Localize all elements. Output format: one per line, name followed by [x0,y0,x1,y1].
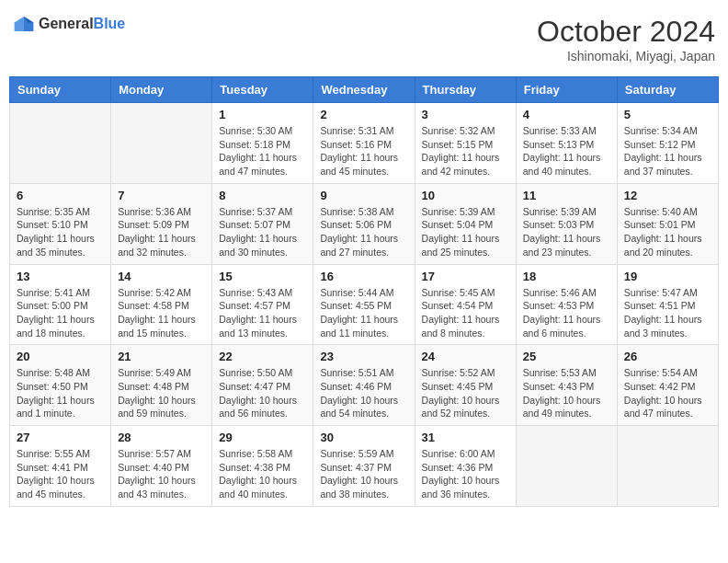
day-number: 6 [17,189,104,202]
day-info: Sunrise: 5:50 AM Sunset: 4:47 PM Dayligh… [219,366,306,420]
weekday-header: Sunday [10,77,111,103]
logo-blue-text: Blue [94,16,126,31]
day-number: 5 [624,108,711,121]
weekday-header: Thursday [415,77,516,103]
day-info: Sunrise: 6:00 AM Sunset: 4:36 PM Dayligh… [422,447,509,501]
day-number: 27 [17,431,104,444]
day-info: Sunrise: 5:30 AM Sunset: 5:18 PM Dayligh… [219,124,306,178]
weekday-header: Saturday [617,77,718,103]
calendar-cell [617,426,718,507]
day-info: Sunrise: 5:38 AM Sunset: 5:06 PM Dayligh… [320,205,407,259]
day-number: 16 [320,270,407,283]
day-info: Sunrise: 5:59 AM Sunset: 4:37 PM Dayligh… [320,447,407,501]
weekday-header: Monday [111,77,212,103]
calendar-week-row: 1Sunrise: 5:30 AM Sunset: 5:18 PM Daylig… [10,103,719,184]
calendar-cell: 26Sunrise: 5:54 AM Sunset: 4:42 PM Dayli… [617,345,718,426]
day-number: 3 [422,108,509,121]
day-info: Sunrise: 5:33 AM Sunset: 5:13 PM Dayligh… [523,124,610,178]
day-info: Sunrise: 5:58 AM Sunset: 4:38 PM Dayligh… [219,447,306,501]
calendar-cell: 18Sunrise: 5:46 AM Sunset: 4:53 PM Dayli… [516,264,617,345]
day-number: 4 [523,108,610,121]
month-title: October 2024 [537,15,715,49]
day-number: 26 [624,350,711,363]
day-info: Sunrise: 5:44 AM Sunset: 4:55 PM Dayligh… [320,286,407,340]
calendar-week-row: 13Sunrise: 5:41 AM Sunset: 5:00 PM Dayli… [10,264,719,345]
location-title: Ishinomaki, Miyagi, Japan [537,49,715,63]
logo: GeneralBlue [13,15,125,33]
calendar-cell: 16Sunrise: 5:44 AM Sunset: 4:55 PM Dayli… [313,264,415,345]
day-number: 25 [523,350,610,363]
day-info: Sunrise: 5:43 AM Sunset: 4:57 PM Dayligh… [219,286,306,340]
weekday-header: Wednesday [313,77,415,103]
day-number: 31 [422,431,509,444]
calendar-cell: 7Sunrise: 5:36 AM Sunset: 5:09 PM Daylig… [111,183,212,264]
day-number: 12 [624,189,711,202]
day-number: 9 [320,189,407,202]
svg-marker-1 [15,17,24,31]
calendar-cell: 10Sunrise: 5:39 AM Sunset: 5:04 PM Dayli… [415,183,516,264]
calendar-cell [10,103,111,184]
day-number: 15 [219,270,306,283]
title-section: October 2024 Ishinomaki, Miyagi, Japan [537,15,715,63]
day-info: Sunrise: 5:34 AM Sunset: 5:12 PM Dayligh… [624,124,711,178]
day-number: 29 [219,431,306,444]
logo-general-text: General [39,16,94,31]
day-number: 19 [624,270,711,283]
day-info: Sunrise: 5:31 AM Sunset: 5:16 PM Dayligh… [320,124,407,178]
calendar-cell: 17Sunrise: 5:45 AM Sunset: 4:54 PM Dayli… [415,264,516,345]
calendar-cell: 14Sunrise: 5:42 AM Sunset: 4:58 PM Dayli… [111,264,212,345]
day-info: Sunrise: 5:42 AM Sunset: 4:58 PM Dayligh… [118,286,205,340]
day-number: 10 [422,189,509,202]
calendar-cell: 3Sunrise: 5:32 AM Sunset: 5:15 PM Daylig… [415,103,516,184]
day-number: 28 [118,431,205,444]
calendar-cell: 15Sunrise: 5:43 AM Sunset: 4:57 PM Dayli… [212,264,313,345]
day-info: Sunrise: 5:39 AM Sunset: 5:03 PM Dayligh… [523,205,610,259]
calendar-cell: 19Sunrise: 5:47 AM Sunset: 4:51 PM Dayli… [617,264,718,345]
day-number: 8 [219,189,306,202]
day-info: Sunrise: 5:48 AM Sunset: 4:50 PM Dayligh… [17,366,104,420]
day-info: Sunrise: 5:57 AM Sunset: 4:40 PM Dayligh… [118,447,205,501]
day-info: Sunrise: 5:46 AM Sunset: 4:53 PM Dayligh… [523,286,610,340]
weekday-header: Tuesday [212,77,313,103]
svg-marker-0 [24,17,33,31]
calendar-cell: 6Sunrise: 5:35 AM Sunset: 5:10 PM Daylig… [10,183,111,264]
day-info: Sunrise: 5:55 AM Sunset: 4:41 PM Dayligh… [17,447,104,501]
day-number: 7 [118,189,205,202]
day-info: Sunrise: 5:41 AM Sunset: 5:00 PM Dayligh… [17,286,104,340]
day-info: Sunrise: 5:40 AM Sunset: 5:01 PM Dayligh… [624,205,711,259]
calendar-cell [111,103,212,184]
calendar-cell: 1Sunrise: 5:30 AM Sunset: 5:18 PM Daylig… [212,103,313,184]
day-number: 21 [118,350,205,363]
day-number: 2 [320,108,407,121]
calendar-cell: 24Sunrise: 5:52 AM Sunset: 4:45 PM Dayli… [415,345,516,426]
calendar-table: SundayMondayTuesdayWednesdayThursdayFrid… [9,76,719,507]
calendar-cell: 11Sunrise: 5:39 AM Sunset: 5:03 PM Dayli… [516,183,617,264]
calendar-cell: 5Sunrise: 5:34 AM Sunset: 5:12 PM Daylig… [617,103,718,184]
general-blue-logo-icon [13,15,35,33]
day-info: Sunrise: 5:35 AM Sunset: 5:10 PM Dayligh… [17,205,104,259]
calendar-cell: 23Sunrise: 5:51 AM Sunset: 4:46 PM Dayli… [313,345,415,426]
calendar-cell: 25Sunrise: 5:53 AM Sunset: 4:43 PM Dayli… [516,345,617,426]
day-number: 17 [422,270,509,283]
day-number: 24 [422,350,509,363]
day-info: Sunrise: 5:39 AM Sunset: 5:04 PM Dayligh… [422,205,509,259]
page-header: GeneralBlue October 2024 Ishinomaki, Miy… [9,9,719,69]
calendar-week-row: 27Sunrise: 5:55 AM Sunset: 4:41 PM Dayli… [10,426,719,507]
day-number: 14 [118,270,205,283]
day-info: Sunrise: 5:37 AM Sunset: 5:07 PM Dayligh… [219,205,306,259]
day-number: 1 [219,108,306,121]
day-info: Sunrise: 5:49 AM Sunset: 4:48 PM Dayligh… [118,366,205,420]
calendar-cell: 13Sunrise: 5:41 AM Sunset: 5:00 PM Dayli… [10,264,111,345]
calendar-cell: 30Sunrise: 5:59 AM Sunset: 4:37 PM Dayli… [313,426,415,507]
day-info: Sunrise: 5:53 AM Sunset: 4:43 PM Dayligh… [523,366,610,420]
day-number: 22 [219,350,306,363]
day-info: Sunrise: 5:32 AM Sunset: 5:15 PM Dayligh… [422,124,509,178]
calendar-cell: 28Sunrise: 5:57 AM Sunset: 4:40 PM Dayli… [111,426,212,507]
day-number: 18 [523,270,610,283]
day-number: 20 [17,350,104,363]
calendar-week-row: 20Sunrise: 5:48 AM Sunset: 4:50 PM Dayli… [10,345,719,426]
day-info: Sunrise: 5:47 AM Sunset: 4:51 PM Dayligh… [624,286,711,340]
day-info: Sunrise: 5:52 AM Sunset: 4:45 PM Dayligh… [422,366,509,420]
calendar-cell: 22Sunrise: 5:50 AM Sunset: 4:47 PM Dayli… [212,345,313,426]
calendar-cell: 8Sunrise: 5:37 AM Sunset: 5:07 PM Daylig… [212,183,313,264]
